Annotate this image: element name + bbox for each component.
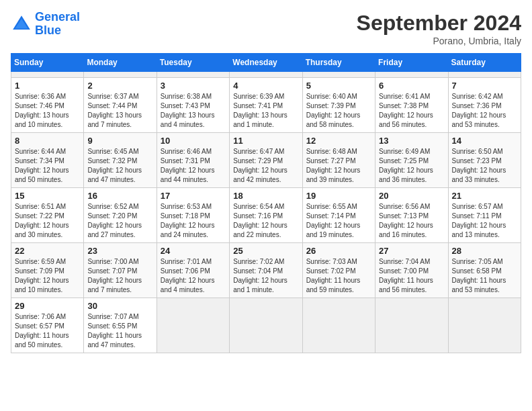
header-cell-sunday: Sunday: [11, 54, 84, 72]
week-row-6: 29Sunrise: 7:06 AM Sunset: 6:57 PM Dayli…: [11, 298, 521, 353]
header-cell-friday: Friday: [375, 54, 448, 72]
day-cell: 9Sunrise: 6:45 AM Sunset: 7:32 PM Daylig…: [84, 133, 157, 188]
day-info: Sunrise: 6:50 AM Sunset: 7:23 PM Dayligh…: [452, 147, 517, 185]
day-info: Sunrise: 6:59 AM Sunset: 7:09 PM Dayligh…: [15, 257, 80, 295]
calendar-header: SundayMondayTuesdayWednesdayThursdayFrid…: [11, 54, 521, 72]
header-row: SundayMondayTuesdayWednesdayThursdayFrid…: [11, 54, 521, 72]
day-cell: 17Sunrise: 6:53 AM Sunset: 7:18 PM Dayli…: [157, 188, 229, 243]
day-number: 25: [233, 246, 298, 256]
day-cell: 26Sunrise: 7:03 AM Sunset: 7:02 PM Dayli…: [302, 243, 375, 298]
day-number: 15: [15, 191, 80, 201]
day-cell: 24Sunrise: 7:01 AM Sunset: 7:06 PM Dayli…: [157, 243, 229, 298]
day-cell: [230, 72, 302, 78]
day-number: 12: [306, 136, 371, 146]
day-cell: [375, 298, 448, 353]
day-cell: [230, 298, 302, 353]
day-cell: 4Sunrise: 6:39 AM Sunset: 7:41 PM Daylig…: [230, 78, 302, 133]
day-cell: [11, 72, 84, 78]
header-cell-thursday: Thursday: [302, 54, 375, 72]
day-number: 14: [452, 136, 517, 146]
day-number: 22: [15, 246, 80, 256]
day-cell: [448, 72, 521, 78]
day-cell: 7Sunrise: 6:42 AM Sunset: 7:36 PM Daylig…: [448, 78, 521, 133]
day-cell: 30Sunrise: 7:07 AM Sunset: 6:55 PM Dayli…: [84, 298, 157, 353]
day-number: 28: [452, 246, 517, 256]
day-cell: 23Sunrise: 7:00 AM Sunset: 7:07 PM Dayli…: [84, 243, 157, 298]
day-number: 16: [87, 191, 152, 201]
day-cell: 22Sunrise: 6:59 AM Sunset: 7:09 PM Dayli…: [11, 243, 84, 298]
day-info: Sunrise: 6:52 AM Sunset: 7:20 PM Dayligh…: [87, 202, 152, 240]
day-cell: 18Sunrise: 6:54 AM Sunset: 7:16 PM Dayli…: [230, 188, 302, 243]
day-cell: [84, 72, 157, 78]
day-cell: 15Sunrise: 6:51 AM Sunset: 7:22 PM Dayli…: [11, 188, 84, 243]
day-number: 17: [161, 191, 226, 201]
week-row-5: 22Sunrise: 6:59 AM Sunset: 7:09 PM Dayli…: [11, 243, 521, 298]
month-title: September 2024: [357, 11, 521, 36]
day-info: Sunrise: 6:39 AM Sunset: 7:41 PM Dayligh…: [233, 92, 298, 130]
day-cell: 16Sunrise: 6:52 AM Sunset: 7:20 PM Dayli…: [84, 188, 157, 243]
day-info: Sunrise: 6:57 AM Sunset: 7:11 PM Dayligh…: [452, 202, 517, 240]
day-number: 6: [379, 81, 444, 91]
calendar-table: SundayMondayTuesdayWednesdayThursdayFrid…: [11, 53, 521, 353]
day-info: Sunrise: 6:51 AM Sunset: 7:22 PM Dayligh…: [15, 202, 80, 240]
day-info: Sunrise: 6:40 AM Sunset: 7:39 PM Dayligh…: [306, 92, 371, 130]
day-cell: 6Sunrise: 6:41 AM Sunset: 7:38 PM Daylig…: [375, 78, 448, 133]
day-number: 18: [233, 191, 298, 201]
day-number: 19: [306, 191, 371, 201]
day-number: 13: [379, 136, 444, 146]
day-cell: 8Sunrise: 6:44 AM Sunset: 7:34 PM Daylig…: [11, 133, 84, 188]
day-cell: [375, 72, 448, 78]
day-cell: 27Sunrise: 7:04 AM Sunset: 7:00 PM Dayli…: [375, 243, 448, 298]
day-cell: 20Sunrise: 6:56 AM Sunset: 7:13 PM Dayli…: [375, 188, 448, 243]
day-number: 10: [161, 136, 226, 146]
calendar-body: 1Sunrise: 6:36 AM Sunset: 7:46 PM Daylig…: [11, 72, 521, 353]
day-cell: 12Sunrise: 6:48 AM Sunset: 7:27 PM Dayli…: [302, 133, 375, 188]
day-number: 5: [306, 81, 371, 91]
day-info: Sunrise: 7:06 AM Sunset: 6:57 PM Dayligh…: [15, 312, 80, 350]
day-info: Sunrise: 6:55 AM Sunset: 7:14 PM Dayligh…: [306, 202, 371, 240]
day-info: Sunrise: 6:45 AM Sunset: 7:32 PM Dayligh…: [87, 147, 152, 185]
day-cell: 5Sunrise: 6:40 AM Sunset: 7:39 PM Daylig…: [302, 78, 375, 133]
day-info: Sunrise: 7:02 AM Sunset: 7:04 PM Dayligh…: [233, 257, 298, 295]
day-cell: 14Sunrise: 6:50 AM Sunset: 7:23 PM Dayli…: [448, 133, 521, 188]
day-cell: [302, 72, 375, 78]
day-cell: 11Sunrise: 6:47 AM Sunset: 7:29 PM Dayli…: [230, 133, 302, 188]
day-info: Sunrise: 6:47 AM Sunset: 7:29 PM Dayligh…: [233, 147, 298, 185]
day-info: Sunrise: 6:37 AM Sunset: 7:44 PM Dayligh…: [87, 92, 152, 130]
day-info: Sunrise: 6:53 AM Sunset: 7:18 PM Dayligh…: [161, 202, 226, 240]
day-number: 20: [379, 191, 444, 201]
week-row-3: 8Sunrise: 6:44 AM Sunset: 7:34 PM Daylig…: [11, 133, 521, 188]
day-number: 3: [161, 81, 226, 91]
day-info: Sunrise: 6:41 AM Sunset: 7:38 PM Dayligh…: [379, 92, 444, 130]
day-number: 29: [15, 301, 80, 311]
day-number: 8: [15, 136, 80, 146]
week-row-4: 15Sunrise: 6:51 AM Sunset: 7:22 PM Dayli…: [11, 188, 521, 243]
day-cell: [157, 298, 229, 353]
header-cell-tuesday: Tuesday: [157, 54, 229, 72]
header-cell-monday: Monday: [84, 54, 157, 72]
day-info: Sunrise: 7:00 AM Sunset: 7:07 PM Dayligh…: [87, 257, 152, 295]
week-row-1: [11, 72, 521, 78]
day-number: 7: [452, 81, 517, 91]
logo: General Blue: [11, 11, 80, 38]
day-number: 24: [161, 246, 226, 256]
day-cell: [448, 298, 521, 353]
week-row-2: 1Sunrise: 6:36 AM Sunset: 7:46 PM Daylig…: [11, 78, 521, 133]
day-cell: 28Sunrise: 7:05 AM Sunset: 6:58 PM Dayli…: [448, 243, 521, 298]
day-cell: 21Sunrise: 6:57 AM Sunset: 7:11 PM Dayli…: [448, 188, 521, 243]
day-number: 4: [233, 81, 298, 91]
day-cell: 29Sunrise: 7:06 AM Sunset: 6:57 PM Dayli…: [11, 298, 84, 353]
day-cell: 19Sunrise: 6:55 AM Sunset: 7:14 PM Dayli…: [302, 188, 375, 243]
logo-line1: General: [35, 10, 80, 24]
day-number: 23: [87, 246, 152, 256]
day-cell: 25Sunrise: 7:02 AM Sunset: 7:04 PM Dayli…: [230, 243, 302, 298]
day-cell: [302, 298, 375, 353]
header-cell-saturday: Saturday: [448, 54, 521, 72]
day-info: Sunrise: 6:42 AM Sunset: 7:36 PM Dayligh…: [452, 92, 517, 130]
day-info: Sunrise: 6:48 AM Sunset: 7:27 PM Dayligh…: [306, 147, 371, 185]
day-info: Sunrise: 6:54 AM Sunset: 7:16 PM Dayligh…: [233, 202, 298, 240]
day-info: Sunrise: 6:44 AM Sunset: 7:34 PM Dayligh…: [15, 147, 80, 185]
day-number: 21: [452, 191, 517, 201]
title-block: September 2024 Porano, Umbria, Italy: [357, 11, 521, 46]
day-info: Sunrise: 6:38 AM Sunset: 7:43 PM Dayligh…: [161, 92, 226, 130]
